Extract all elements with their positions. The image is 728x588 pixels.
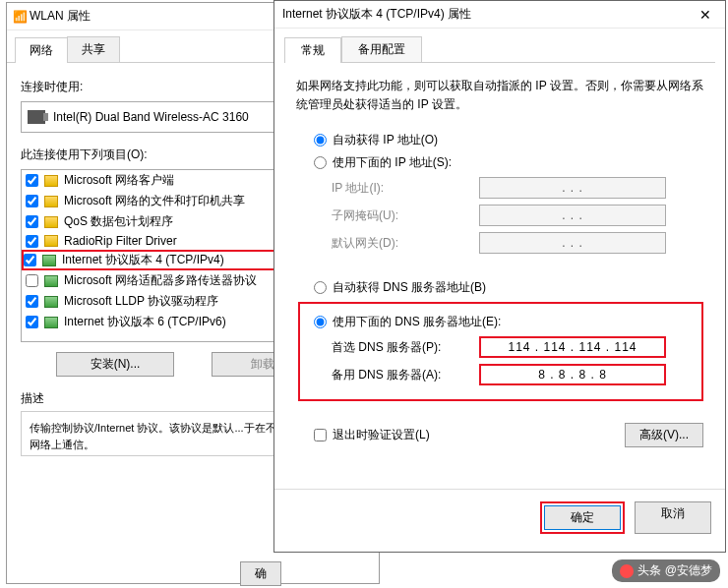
item-label: Microsoft 网络的文件和打印机共享 bbox=[64, 193, 245, 209]
adapter-icon bbox=[28, 110, 45, 124]
adapter-name: Intel(R) Dual Band Wireless-AC 3160 bbox=[53, 110, 249, 124]
gateway-input: . . . bbox=[479, 232, 666, 254]
item-checkbox[interactable] bbox=[26, 295, 38, 308]
cancel-button[interactable]: 取消 bbox=[635, 501, 711, 534]
radio-label: 使用下面的 IP 地址(S): bbox=[333, 154, 452, 171]
protocol-icon bbox=[44, 175, 58, 187]
window-title: Internet 协议版本 4 (TCP/IPv4) 属性 bbox=[280, 6, 692, 23]
advanced-button[interactable]: 高级(V)... bbox=[625, 423, 703, 447]
protocol-icon bbox=[44, 317, 58, 328]
protocol-icon bbox=[44, 196, 58, 207]
gateway-label: 默认网关(D): bbox=[332, 235, 479, 252]
ok-highlight: 确定 bbox=[540, 501, 625, 534]
close-icon[interactable]: ✕ bbox=[692, 7, 719, 23]
protocol-icon bbox=[42, 255, 56, 266]
item-checkbox[interactable] bbox=[24, 254, 36, 266]
ip-address-label: IP 地址(I): bbox=[332, 180, 479, 197]
item-label: Microsoft 网络客户端 bbox=[64, 172, 174, 189]
panel-body: 如果网络支持此功能，则可以获取自动指派的 IP 设置。否则，你需要从网络系统管理… bbox=[274, 63, 725, 461]
radio-dns-auto[interactable]: 自动获得 DNS 服务器地址(B) bbox=[314, 279, 703, 296]
dialog-footer: 确定 取消 bbox=[274, 489, 725, 546]
ip-address-input: . . . bbox=[479, 177, 666, 199]
item-label: Internet 协议版本 4 (TCP/IPv4) bbox=[62, 252, 224, 268]
protocol-icon bbox=[44, 275, 58, 287]
dns-primary-input[interactable]: 114 . 114 . 114 . 114 bbox=[479, 336, 666, 358]
intro-text: 如果网络支持此功能，则可以获取自动指派的 IP 设置。否则，你需要从网络系统管理… bbox=[296, 77, 703, 114]
item-label: RadioRip Filter Driver bbox=[64, 234, 177, 248]
item-label: Microsoft LLDP 协议驱动程序 bbox=[64, 293, 218, 310]
radio-input[interactable] bbox=[314, 281, 327, 294]
radio-ip-manual[interactable]: 使用下面的 IP 地址(S): bbox=[314, 154, 703, 171]
protocol-icon bbox=[44, 296, 58, 308]
validate-label: 退出时验证设置(L) bbox=[333, 427, 430, 443]
radio-label: 自动获得 IP 地址(O) bbox=[333, 132, 438, 148]
radio-dns-manual[interactable]: 使用下面的 DNS 服务器地址(E): bbox=[314, 314, 696, 330]
toutiao-icon bbox=[620, 564, 634, 578]
item-checkbox[interactable] bbox=[26, 195, 38, 207]
tab-general[interactable]: 常规 bbox=[284, 37, 341, 63]
tab-network[interactable]: 网络 bbox=[15, 37, 68, 63]
item-label: Internet 协议版本 6 (TCP/IPv6) bbox=[64, 314, 226, 330]
dns-primary-label: 首选 DNS 服务器(P): bbox=[332, 339, 479, 356]
tabs: 常规 备用配置 bbox=[274, 29, 725, 62]
subnet-mask-label: 子网掩码(U): bbox=[332, 207, 479, 224]
watermark: 头条 @安德梦 bbox=[612, 559, 720, 582]
install-button[interactable]: 安装(N)... bbox=[56, 352, 174, 377]
item-checkbox[interactable] bbox=[26, 235, 38, 248]
radio-input[interactable] bbox=[314, 134, 327, 147]
ok-button-partial[interactable]: 确 bbox=[240, 561, 281, 586]
protocol-icon bbox=[44, 216, 58, 228]
ipv4-properties-window: Internet 协议版本 4 (TCP/IPv4) 属性 ✕ 常规 备用配置 … bbox=[273, 0, 726, 553]
dns-alt-label: 备用 DNS 服务器(A): bbox=[332, 367, 479, 383]
item-label: QoS 数据包计划程序 bbox=[64, 213, 173, 230]
item-checkbox[interactable] bbox=[26, 215, 38, 228]
item-checkbox[interactable] bbox=[26, 274, 38, 287]
tab-sharing[interactable]: 共享 bbox=[67, 36, 120, 62]
radio-label: 使用下面的 DNS 服务器地址(E): bbox=[333, 314, 501, 330]
validate-checkbox-row[interactable]: 退出时验证设置(L) bbox=[314, 427, 430, 443]
subnet-mask-input: . . . bbox=[479, 205, 666, 226]
radio-label: 自动获得 DNS 服务器地址(B) bbox=[333, 279, 486, 296]
dns-manual-highlight: 使用下面的 DNS 服务器地址(E): 首选 DNS 服务器(P):114 . … bbox=[298, 302, 703, 401]
watermark-text: 头条 @安德梦 bbox=[637, 562, 712, 579]
wifi-icon: 📶 bbox=[13, 10, 28, 24]
item-checkbox[interactable] bbox=[26, 316, 38, 328]
item-label: Microsoft 网络适配器多路传送器协议 bbox=[64, 272, 257, 289]
radio-input[interactable] bbox=[314, 316, 327, 328]
protocol-icon bbox=[44, 235, 58, 247]
radio-ip-auto[interactable]: 自动获得 IP 地址(O) bbox=[314, 132, 703, 148]
radio-input[interactable] bbox=[314, 156, 327, 169]
tab-alternate[interactable]: 备用配置 bbox=[341, 36, 422, 62]
titlebar[interactable]: Internet 协议版本 4 (TCP/IPv4) 属性 ✕ bbox=[274, 1, 725, 29]
validate-checkbox[interactable] bbox=[314, 429, 327, 441]
dns-alt-input[interactable]: 8 . 8 . 8 . 8 bbox=[479, 364, 666, 385]
ok-button[interactable]: 确定 bbox=[544, 505, 621, 530]
item-checkbox[interactable] bbox=[26, 174, 38, 187]
